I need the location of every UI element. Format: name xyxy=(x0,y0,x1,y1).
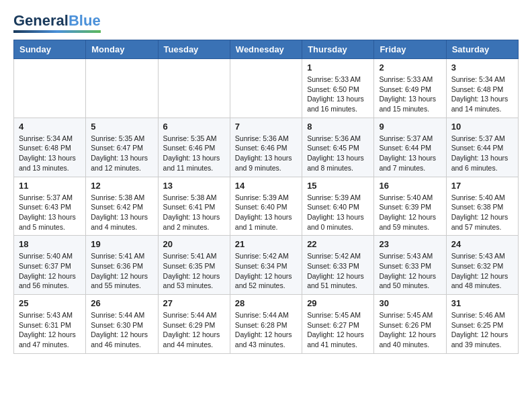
day-number: 17 xyxy=(451,181,513,191)
day-info: Sunrise: 5:33 AM Sunset: 6:50 PM Dayligh… xyxy=(307,75,369,114)
calendar-header-row: SundayMondayTuesdayWednesdayThursdayFrid… xyxy=(14,40,519,59)
calendar-cell: 28Sunrise: 5:44 AM Sunset: 6:28 PM Dayli… xyxy=(230,295,302,354)
calendar-cell: 27Sunrise: 5:44 AM Sunset: 6:29 PM Dayli… xyxy=(158,295,230,354)
day-info: Sunrise: 5:44 AM Sunset: 6:29 PM Dayligh… xyxy=(163,310,225,350)
calendar-cell xyxy=(230,59,302,118)
calendar-table: SundayMondayTuesdayWednesdayThursdayFrid… xyxy=(13,40,519,354)
day-info: Sunrise: 5:43 AM Sunset: 6:33 PM Dayligh… xyxy=(379,251,441,291)
day-number: 4 xyxy=(19,122,81,132)
day-number: 25 xyxy=(19,298,81,308)
day-info: Sunrise: 5:36 AM Sunset: 6:45 PM Dayligh… xyxy=(307,134,369,173)
calendar-cell: 30Sunrise: 5:45 AM Sunset: 6:26 PM Dayli… xyxy=(374,295,446,354)
day-info: Sunrise: 5:39 AM Sunset: 6:40 PM Dayligh… xyxy=(307,193,369,232)
calendar-week-5: 25Sunrise: 5:43 AM Sunset: 6:31 PM Dayli… xyxy=(14,295,519,354)
day-number: 3 xyxy=(451,62,513,73)
day-number: 7 xyxy=(235,122,297,132)
calendar-week-1: 1Sunrise: 5:33 AM Sunset: 6:50 PM Daylig… xyxy=(14,59,519,118)
day-info: Sunrise: 5:40 AM Sunset: 6:38 PM Dayligh… xyxy=(451,193,513,232)
calendar-cell: 3Sunrise: 5:34 AM Sunset: 6:48 PM Daylig… xyxy=(446,59,518,118)
day-number: 15 xyxy=(307,181,369,191)
calendar-cell: 24Sunrise: 5:43 AM Sunset: 6:32 PM Dayli… xyxy=(446,236,518,295)
day-number: 11 xyxy=(19,181,81,191)
day-info: Sunrise: 5:44 AM Sunset: 6:30 PM Dayligh… xyxy=(91,310,152,350)
logo: GeneralBlue xyxy=(13,13,101,33)
day-number: 16 xyxy=(379,181,441,191)
day-header-tuesday: Tuesday xyxy=(158,40,230,59)
calendar-cell: 20Sunrise: 5:41 AM Sunset: 6:35 PM Dayli… xyxy=(158,236,230,295)
day-info: Sunrise: 5:37 AM Sunset: 6:43 PM Dayligh… xyxy=(19,193,81,232)
day-number: 27 xyxy=(163,298,225,308)
day-number: 8 xyxy=(307,122,369,132)
day-header-friday: Friday xyxy=(374,40,446,59)
day-number: 13 xyxy=(163,181,225,191)
calendar-cell: 1Sunrise: 5:33 AM Sunset: 6:50 PM Daylig… xyxy=(302,59,374,118)
day-number: 10 xyxy=(451,122,513,132)
calendar-cell xyxy=(86,59,158,118)
calendar-cell: 21Sunrise: 5:42 AM Sunset: 6:34 PM Dayli… xyxy=(230,236,302,295)
day-info: Sunrise: 5:45 AM Sunset: 6:27 PM Dayligh… xyxy=(307,310,369,350)
calendar-cell: 19Sunrise: 5:41 AM Sunset: 6:36 PM Dayli… xyxy=(86,236,158,295)
calendar-week-4: 18Sunrise: 5:40 AM Sunset: 6:37 PM Dayli… xyxy=(14,236,519,295)
logo-general: General xyxy=(13,12,69,29)
calendar-cell: 23Sunrise: 5:43 AM Sunset: 6:33 PM Dayli… xyxy=(374,236,446,295)
day-info: Sunrise: 5:46 AM Sunset: 6:25 PM Dayligh… xyxy=(451,310,513,350)
day-info: Sunrise: 5:34 AM Sunset: 6:48 PM Dayligh… xyxy=(451,75,513,114)
calendar-cell: 2Sunrise: 5:33 AM Sunset: 6:49 PM Daylig… xyxy=(374,59,446,118)
day-info: Sunrise: 5:43 AM Sunset: 6:32 PM Dayligh… xyxy=(451,251,513,291)
page-header: GeneralBlue xyxy=(13,13,519,33)
day-number: 12 xyxy=(91,181,152,191)
day-number: 30 xyxy=(379,298,441,308)
calendar-cell: 25Sunrise: 5:43 AM Sunset: 6:31 PM Dayli… xyxy=(14,295,86,354)
calendar-cell: 15Sunrise: 5:39 AM Sunset: 6:40 PM Dayli… xyxy=(302,177,374,236)
calendar-cell: 14Sunrise: 5:39 AM Sunset: 6:40 PM Dayli… xyxy=(230,177,302,236)
day-info: Sunrise: 5:37 AM Sunset: 6:44 PM Dayligh… xyxy=(379,134,441,173)
day-number: 28 xyxy=(235,298,297,308)
calendar-cell: 11Sunrise: 5:37 AM Sunset: 6:43 PM Dayli… xyxy=(14,177,86,236)
day-info: Sunrise: 5:38 AM Sunset: 6:41 PM Dayligh… xyxy=(163,193,225,232)
calendar-week-2: 4Sunrise: 5:34 AM Sunset: 6:48 PM Daylig… xyxy=(14,118,519,177)
day-info: Sunrise: 5:40 AM Sunset: 6:37 PM Dayligh… xyxy=(19,251,81,291)
calendar-cell: 26Sunrise: 5:44 AM Sunset: 6:30 PM Dayli… xyxy=(86,295,158,354)
day-number: 6 xyxy=(163,122,225,132)
day-number: 29 xyxy=(307,298,369,308)
day-info: Sunrise: 5:41 AM Sunset: 6:35 PM Dayligh… xyxy=(163,251,225,291)
calendar-cell: 8Sunrise: 5:36 AM Sunset: 6:45 PM Daylig… xyxy=(302,118,374,177)
day-info: Sunrise: 5:33 AM Sunset: 6:49 PM Dayligh… xyxy=(379,75,441,114)
calendar-cell: 6Sunrise: 5:35 AM Sunset: 6:46 PM Daylig… xyxy=(158,118,230,177)
calendar-cell: 13Sunrise: 5:38 AM Sunset: 6:41 PM Dayli… xyxy=(158,177,230,236)
calendar-cell: 17Sunrise: 5:40 AM Sunset: 6:38 PM Dayli… xyxy=(446,177,518,236)
day-info: Sunrise: 5:35 AM Sunset: 6:46 PM Dayligh… xyxy=(163,134,225,173)
day-header-thursday: Thursday xyxy=(302,40,374,59)
day-info: Sunrise: 5:35 AM Sunset: 6:47 PM Dayligh… xyxy=(91,134,152,173)
calendar-cell: 29Sunrise: 5:45 AM Sunset: 6:27 PM Dayli… xyxy=(302,295,374,354)
day-info: Sunrise: 5:42 AM Sunset: 6:34 PM Dayligh… xyxy=(235,251,297,291)
calendar-cell xyxy=(158,59,230,118)
day-number: 2 xyxy=(379,62,441,73)
calendar-cell: 18Sunrise: 5:40 AM Sunset: 6:37 PM Dayli… xyxy=(14,236,86,295)
day-number: 22 xyxy=(307,239,369,249)
calendar-week-3: 11Sunrise: 5:37 AM Sunset: 6:43 PM Dayli… xyxy=(14,177,519,236)
logo-bar xyxy=(13,30,101,33)
day-info: Sunrise: 5:34 AM Sunset: 6:48 PM Dayligh… xyxy=(19,134,81,173)
logo-blue: Blue xyxy=(69,12,101,29)
calendar-cell: 4Sunrise: 5:34 AM Sunset: 6:48 PM Daylig… xyxy=(14,118,86,177)
day-header-wednesday: Wednesday xyxy=(230,40,302,59)
day-number: 9 xyxy=(379,122,441,132)
calendar-cell: 22Sunrise: 5:42 AM Sunset: 6:33 PM Dayli… xyxy=(302,236,374,295)
calendar-cell: 12Sunrise: 5:38 AM Sunset: 6:42 PM Dayli… xyxy=(86,177,158,236)
day-number: 14 xyxy=(235,181,297,191)
calendar-cell: 31Sunrise: 5:46 AM Sunset: 6:25 PM Dayli… xyxy=(446,295,518,354)
calendar-cell: 5Sunrise: 5:35 AM Sunset: 6:47 PM Daylig… xyxy=(86,118,158,177)
day-info: Sunrise: 5:41 AM Sunset: 6:36 PM Dayligh… xyxy=(91,251,152,291)
day-number: 21 xyxy=(235,239,297,249)
day-number: 1 xyxy=(307,62,369,73)
day-number: 5 xyxy=(91,122,152,132)
day-header-saturday: Saturday xyxy=(446,40,518,59)
calendar-cell: 10Sunrise: 5:37 AM Sunset: 6:44 PM Dayli… xyxy=(446,118,518,177)
calendar-cell: 7Sunrise: 5:36 AM Sunset: 6:46 PM Daylig… xyxy=(230,118,302,177)
day-info: Sunrise: 5:40 AM Sunset: 6:39 PM Dayligh… xyxy=(379,193,441,232)
day-info: Sunrise: 5:39 AM Sunset: 6:40 PM Dayligh… xyxy=(235,193,297,232)
day-number: 18 xyxy=(19,239,81,249)
day-info: Sunrise: 5:38 AM Sunset: 6:42 PM Dayligh… xyxy=(91,193,152,232)
calendar-cell xyxy=(14,59,86,118)
